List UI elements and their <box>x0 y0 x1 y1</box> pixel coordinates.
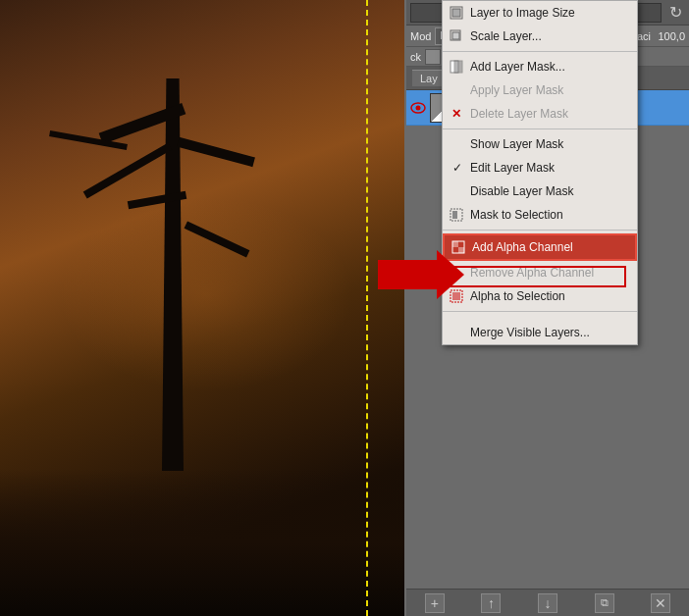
svg-rect-9 <box>452 241 458 247</box>
lock-icon[interactable] <box>425 49 441 65</box>
refresh-button[interactable]: ↻ <box>665 3 685 23</box>
svg-rect-7 <box>452 211 457 219</box>
opacity-value: 100,0 <box>651 30 685 42</box>
arrow-head <box>437 250 464 299</box>
tree-branch <box>83 143 173 199</box>
layers-tab[interactable]: Lay <box>412 70 446 86</box>
layer-panel-buttons: + ↑ ↓ ⧉ ✕ <box>406 589 689 616</box>
move-layer-up-button[interactable]: ↑ <box>481 593 501 613</box>
background-scene <box>0 0 407 616</box>
menu-item-remove-alpha-channel: Remove Alpha Channel <box>443 261 637 284</box>
svg-point-14 <box>416 105 421 110</box>
scale-icon <box>449 28 464 44</box>
move-layer-down-button[interactable]: ↓ <box>538 593 557 613</box>
selection-icon <box>449 207 464 223</box>
new-layer-button[interactable]: + <box>425 593 445 613</box>
menu-item-scale-layer[interactable]: Scale Layer... <box>443 25 637 48</box>
svg-rect-1 <box>452 9 460 17</box>
menu-item-apply-layer-mask: Apply Layer Mask <box>443 78 637 102</box>
separator <box>443 128 637 129</box>
ground <box>0 469 407 616</box>
menu-item-edit-layer-mask[interactable]: Edit Layer Mask <box>443 156 637 180</box>
duplicate-layer-button[interactable]: ⧉ <box>595 593 614 613</box>
add-mask-icon <box>449 59 464 75</box>
arrow-body <box>378 260 442 289</box>
lock-label: ck <box>410 51 421 63</box>
mode-label: Mod <box>410 30 431 42</box>
menu-item-mask-to-selection[interactable]: Mask to Selection <box>443 203 637 227</box>
menu-item-flatten-image[interactable]: Merge Visible Layers... <box>443 321 637 344</box>
svg-rect-3 <box>452 32 459 39</box>
delete-layer-button[interactable]: ✕ <box>651 593 670 613</box>
menu-item-show-layer-mask[interactable]: Show Layer Mask <box>443 132 637 156</box>
svg-rect-5 <box>454 61 462 73</box>
tree-branch <box>177 137 255 167</box>
menu-item-alpha-to-selection[interactable]: Alpha to Selection <box>443 284 637 308</box>
context-menu: Layer to Image Size Scale Layer... Add L… <box>442 0 638 345</box>
menu-item-add-alpha-channel[interactable]: Add Alpha Channel <box>443 233 637 261</box>
eye-icon[interactable] <box>408 98 428 118</box>
menu-item-add-layer-mask[interactable]: Add Layer Mask... <box>443 55 637 78</box>
fog-effect <box>59 196 353 392</box>
separator <box>443 311 637 312</box>
menu-item-layer-to-image-size[interactable]: Layer to Image Size <box>443 1 637 25</box>
separator <box>443 230 637 231</box>
menu-item-delete-layer-mask: ✕ Delete Layer Mask <box>443 102 637 126</box>
menu-item-disable-layer-mask[interactable]: Disable Layer Mask <box>443 180 637 203</box>
delete-icon: ✕ <box>449 106 464 122</box>
resize-icon <box>449 5 464 21</box>
separator <box>443 51 637 52</box>
